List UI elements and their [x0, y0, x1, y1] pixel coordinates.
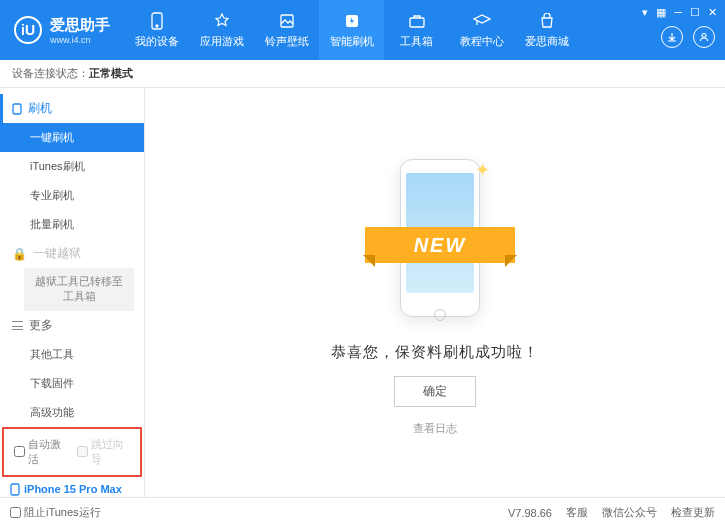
user-icon[interactable]: [693, 26, 715, 48]
phone-small-icon: [12, 103, 22, 115]
wallpaper-icon: [277, 11, 297, 31]
nav-store[interactable]: 爱思商城: [514, 0, 579, 60]
main-nav: 我的设备 应用游戏 铃声壁纸 智能刷机 工具箱 教程中心 爱思商城: [124, 0, 579, 60]
ok-button[interactable]: 确定: [394, 376, 476, 407]
footer: 阻止iTunes运行 V7.98.66 客服 微信公众号 检查更新: [0, 497, 725, 527]
svg-point-1: [156, 25, 158, 27]
sidebar: 刷机 一键刷机 iTunes刷机 专业刷机 批量刷机 🔒一键越狱 越狱工具已转移…: [0, 88, 145, 497]
skin-icon[interactable]: ▦: [656, 6, 666, 19]
flash-icon: [342, 11, 362, 31]
device-phone-icon: [10, 483, 20, 496]
main-content: ✦ NEW 恭喜您，保资料刷机成功啦！ 确定 查看日志: [145, 88, 725, 497]
version-label: V7.98.66: [508, 507, 552, 519]
app-title: 爱思助手: [50, 16, 110, 35]
status-bar: 设备连接状态：正常模式: [0, 60, 725, 88]
checkbox-block-itunes[interactable]: 阻止iTunes运行: [10, 505, 101, 520]
new-ribbon: NEW: [365, 227, 515, 263]
app-url: www.i4.cn: [50, 35, 110, 45]
sidebar-section-more[interactable]: 更多: [0, 311, 144, 340]
sparkle-icon: ✦: [475, 159, 490, 181]
nav-my-device[interactable]: 我的设备: [124, 0, 189, 60]
sidebar-item-batch-flash[interactable]: 批量刷机: [0, 210, 144, 239]
check-update-link[interactable]: 检查更新: [671, 505, 715, 520]
nav-tutorials[interactable]: 教程中心: [449, 0, 514, 60]
svg-rect-6: [13, 104, 21, 114]
nav-toolbox[interactable]: 工具箱: [384, 0, 449, 60]
maximize-icon[interactable]: ☐: [690, 6, 700, 19]
checkbox-skip-guide[interactable]: 跳过向导: [77, 437, 130, 467]
phone-icon: [147, 11, 167, 31]
list-icon: [12, 321, 23, 330]
device-info: iPhone 15 Pro Max 512GB iPhone: [0, 477, 144, 497]
svg-rect-4: [410, 18, 424, 27]
lock-icon: 🔒: [12, 247, 27, 261]
svg-point-5: [702, 34, 706, 38]
header-right-icons: [661, 26, 715, 48]
app-header: iU 爱思助手 www.i4.cn 我的设备 应用游戏 铃声壁纸 智能刷机 工具…: [0, 0, 725, 60]
toolbox-icon: [407, 11, 427, 31]
minimize-icon[interactable]: ─: [674, 6, 682, 19]
connection-mode: 正常模式: [89, 66, 133, 81]
view-log-link[interactable]: 查看日志: [413, 421, 457, 436]
close-icon[interactable]: ✕: [708, 6, 717, 19]
logo-icon: iU: [14, 16, 42, 44]
svg-rect-2: [281, 15, 293, 27]
tutorial-icon: [472, 11, 492, 31]
nav-apps-games[interactable]: 应用游戏: [189, 0, 254, 60]
sidebar-item-pro-flash[interactable]: 专业刷机: [0, 181, 144, 210]
option-checkboxes: 自动激活 跳过向导: [2, 427, 142, 477]
window-controls: ▾ ▦ ─ ☐ ✕: [642, 6, 717, 19]
sidebar-item-advanced[interactable]: 高级功能: [0, 398, 144, 427]
sidebar-item-download-firmware[interactable]: 下载固件: [0, 369, 144, 398]
apps-icon: [212, 11, 232, 31]
wechat-link[interactable]: 微信公众号: [602, 505, 657, 520]
logo-area: iU 爱思助手 www.i4.cn: [0, 16, 124, 45]
store-icon: [537, 11, 557, 31]
device-name: iPhone 15 Pro Max: [24, 483, 122, 495]
support-link[interactable]: 客服: [566, 505, 588, 520]
nav-smart-flash[interactable]: 智能刷机: [319, 0, 384, 60]
success-message: 恭喜您，保资料刷机成功啦！: [331, 343, 539, 362]
sidebar-section-flash[interactable]: 刷机: [0, 94, 144, 123]
sidebar-item-itunes-flash[interactable]: iTunes刷机: [0, 152, 144, 181]
sidebar-item-other-tools[interactable]: 其他工具: [0, 340, 144, 369]
svg-rect-7: [11, 484, 19, 495]
download-icon[interactable]: [661, 26, 683, 48]
success-illustration: ✦ NEW: [370, 149, 500, 329]
sidebar-section-jailbreak: 🔒一键越狱: [0, 239, 144, 268]
sidebar-item-oneclick-flash[interactable]: 一键刷机: [0, 123, 144, 152]
menu-icon[interactable]: ▾: [642, 6, 648, 19]
nav-ringtones[interactable]: 铃声壁纸: [254, 0, 319, 60]
checkbox-auto-activate[interactable]: 自动激活: [14, 437, 67, 467]
sidebar-jailbreak-note: 越狱工具已转移至工具箱: [24, 268, 134, 311]
